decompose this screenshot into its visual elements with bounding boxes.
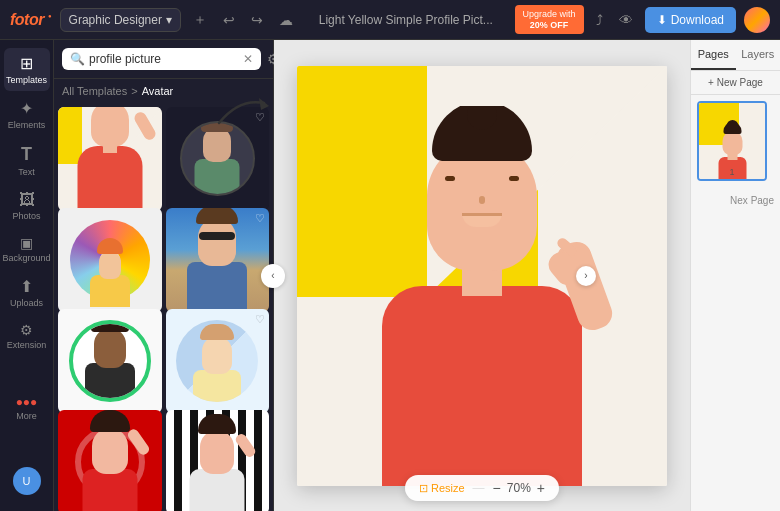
right-tabs: Pages Layers: [691, 40, 780, 71]
elements-icon: ✦: [20, 99, 33, 118]
navbar: fotor ● Graphic Designer ▾ ＋ ↩ ↪ ☁ Light…: [0, 0, 780, 40]
project-selector[interactable]: Graphic Designer ▾: [60, 8, 181, 32]
undo-button[interactable]: ↩: [219, 8, 239, 32]
template-item-2[interactable]: ♡: [166, 107, 270, 211]
sidebar-label-elements: Elements: [8, 120, 46, 130]
resize-label: Resize: [431, 482, 465, 494]
chevron-down-icon: ▾: [166, 13, 172, 27]
template-item-4[interactable]: ♡: [166, 208, 270, 312]
sidebar-item-text[interactable]: T Text: [4, 138, 50, 183]
search-icon: 🔍: [70, 52, 85, 66]
sidebar-label-more: More: [16, 411, 37, 421]
add-page-button[interactable]: ＋: [189, 7, 211, 33]
zoom-controls: − 70% +: [493, 480, 545, 496]
extension-icon: ⚙: [20, 322, 33, 338]
resize-button[interactable]: ⊡ Resize: [419, 482, 465, 495]
template-item-1[interactable]: [58, 107, 162, 211]
page-number-1: 1: [729, 167, 734, 177]
sidebar-item-photos[interactable]: 🖼 Photos: [4, 185, 50, 227]
favorite-icon-6[interactable]: ♡: [255, 313, 265, 326]
clear-search-button[interactable]: ✕: [243, 52, 253, 66]
icon-sidebar: ⊞ Templates ✦ Elements T Text 🖼 Photos ▣…: [0, 40, 54, 511]
template-item-7[interactable]: [58, 410, 162, 511]
person-body: [342, 116, 622, 486]
file-title: Light Yellow Simple Profile Pict...: [305, 13, 507, 27]
search-bar: 🔍 ✕ ⚙: [54, 40, 273, 79]
sidebar-label-text: Text: [18, 167, 35, 177]
download-icon: ⬇: [657, 13, 667, 27]
zoom-in-button[interactable]: +: [537, 480, 545, 496]
uploads-icon: ⬆: [20, 277, 33, 296]
user-avatar[interactable]: [744, 7, 770, 33]
background-icon: ▣: [20, 235, 33, 251]
main-area: ⊞ Templates ✦ Elements T Text 🖼 Photos ▣…: [0, 40, 780, 511]
redo-button[interactable]: ↪: [247, 8, 267, 32]
zoom-value: 70%: [507, 481, 531, 495]
breadcrumb: All Templates > Avatar: [54, 79, 273, 103]
search-input-wrap: 🔍 ✕: [62, 48, 261, 70]
upgrade-line1: Upgrade with: [523, 9, 576, 20]
sidebar-label-background: Background: [2, 253, 50, 263]
templates-icon: ⊞: [20, 54, 33, 73]
template-item-8[interactable]: [166, 410, 270, 511]
template-item-6[interactable]: ♡: [166, 309, 270, 413]
sidebar-item-templates[interactable]: ⊞ Templates: [4, 48, 50, 91]
favorite-icon-4[interactable]: ♡: [255, 212, 265, 225]
download-button[interactable]: ⬇ Download: [645, 7, 736, 33]
preview-icon[interactable]: 👁: [615, 8, 637, 32]
templates-grid: ♡: [54, 103, 273, 511]
sidebar-user-section: U: [13, 459, 41, 503]
sidebar-item-background[interactable]: ▣ Background: [4, 229, 50, 269]
next-page-label: Nex Page: [691, 187, 780, 214]
search-input[interactable]: [89, 52, 239, 66]
tab-pages[interactable]: Pages: [691, 40, 736, 70]
photos-icon: 🖼: [19, 191, 35, 209]
sidebar-label-photos: Photos: [12, 211, 40, 221]
template-item-5[interactable]: [58, 309, 162, 413]
breadcrumb-parent[interactable]: All Templates: [62, 85, 127, 97]
sidebar-item-uploads[interactable]: ⬆ Uploads: [4, 271, 50, 314]
new-page-button[interactable]: + New Page: [691, 71, 780, 95]
canvas[interactable]: [297, 66, 667, 486]
resize-icon: ⊡: [419, 482, 428, 495]
breadcrumb-current: Avatar: [142, 85, 174, 97]
sidebar-label-uploads: Uploads: [10, 298, 43, 308]
main-person: [322, 106, 642, 486]
more-dots-icon: ●●●: [16, 395, 38, 409]
sidebar-item-more[interactable]: ●●● More: [4, 389, 50, 427]
expand-right-button[interactable]: ›: [576, 266, 596, 286]
breadcrumb-separator: >: [131, 85, 137, 97]
person-torso: [382, 286, 582, 486]
right-panel: Pages Layers + New Page: [690, 40, 780, 511]
sidebar-label-templates: Templates: [6, 75, 47, 85]
cloud-save-button[interactable]: ☁: [275, 8, 297, 32]
sidebar-item-elements[interactable]: ✦ Elements: [4, 93, 50, 136]
download-label: Download: [671, 13, 724, 27]
favorite-icon-2[interactable]: ♡: [255, 111, 265, 124]
collapse-panel-button[interactable]: ‹: [261, 264, 285, 288]
page-thumbnails: 1: [691, 95, 780, 187]
new-page-label: + New Page: [708, 77, 763, 88]
templates-panel: 🔍 ✕ ⚙ All Templates > Avatar: [54, 40, 274, 511]
logo-dot: ●: [48, 13, 52, 19]
template-item-3[interactable]: [58, 208, 162, 312]
canvas-toolbar: ⊡ Resize — − 70% +: [405, 475, 559, 501]
project-name: Graphic Designer: [69, 13, 162, 27]
toolbar-divider-1: —: [473, 481, 485, 495]
page-thumb-1[interactable]: 1: [697, 101, 767, 181]
upgrade-button[interactable]: Upgrade with 20% OFF: [515, 5, 584, 35]
sidebar-item-extension[interactable]: ⚙ Extension: [4, 316, 50, 356]
tab-layers[interactable]: Layers: [736, 40, 781, 70]
upgrade-line2: 20% OFF: [530, 20, 569, 31]
zoom-out-button[interactable]: −: [493, 480, 501, 496]
canvas-area: ⊡ Resize — − 70% + ›: [274, 40, 690, 511]
text-icon: T: [21, 144, 32, 165]
sidebar-user-avatar[interactable]: U: [13, 467, 41, 495]
sidebar-label-extension: Extension: [7, 340, 47, 350]
share-icon[interactable]: ⤴: [592, 8, 607, 32]
fotor-logo: fotor: [10, 11, 44, 29]
